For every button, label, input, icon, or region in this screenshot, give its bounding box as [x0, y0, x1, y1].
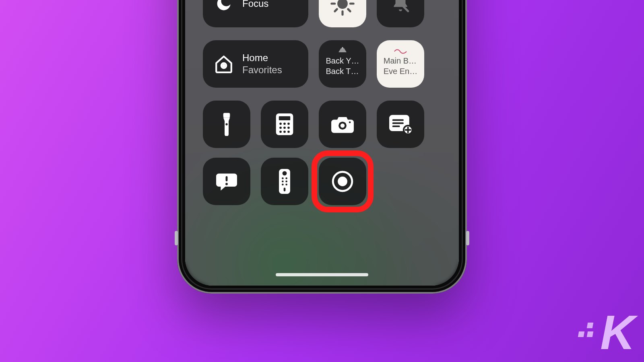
mute-tile[interactable]: [377, 0, 424, 27]
camera-tile[interactable]: [319, 101, 366, 148]
screen-recording-tile[interactable]: [319, 158, 366, 205]
svg-rect-30: [392, 119, 404, 121]
svg-point-41: [285, 177, 287, 179]
accessory-glyph-icon: [337, 47, 348, 54]
accessory-b-line1: Main B…: [384, 56, 417, 66]
svg-rect-46: [284, 188, 286, 191]
svg-rect-13: [223, 113, 230, 118]
svg-point-27: [341, 123, 345, 128]
brightness-tile[interactable]: [319, 0, 366, 27]
home-indicator[interactable]: [276, 273, 368, 276]
svg-point-23: [279, 131, 282, 133]
speech-alert-icon: [215, 170, 238, 193]
phone-side-button-right: [466, 231, 469, 245]
home-icon: [213, 53, 235, 75]
home-tile[interactable]: Home Favorites: [203, 40, 308, 88]
svg-rect-16: [279, 116, 290, 120]
remote-tile[interactable]: [261, 158, 308, 205]
svg-rect-32: [392, 125, 400, 127]
svg-line-6: [348, 9, 350, 11]
svg-point-24: [283, 131, 286, 133]
accessory-a-line2: Back T…: [326, 66, 359, 76]
camera-icon: [331, 113, 354, 136]
hero-stage: Focus: [0, 0, 644, 362]
tv-remote-icon: [273, 170, 296, 193]
focus-tile[interactable]: Focus: [203, 0, 308, 27]
svg-point-12: [342, 47, 343, 49]
flashlight-tile[interactable]: [203, 101, 250, 148]
svg-point-0: [339, 0, 347, 8]
phone-side-button-left: [175, 231, 178, 245]
svg-point-45: [285, 183, 287, 185]
watermark-letter: K: [600, 313, 633, 352]
screen-recording-icon: [331, 170, 354, 193]
bell-slash-icon: [389, 0, 412, 15]
brightness-icon: [328, 0, 357, 18]
svg-point-44: [282, 183, 284, 185]
quick-note-tile[interactable]: [377, 101, 424, 148]
svg-point-43: [285, 181, 287, 183]
home-title: Home: [242, 52, 282, 64]
accessory-tile-backyard[interactable]: Back Y… Back T…: [319, 40, 366, 88]
announce-tile[interactable]: [203, 158, 250, 205]
svg-point-17: [279, 123, 282, 125]
accessory-glyph-icon: [394, 47, 407, 54]
accessory-a-line1: Back Y…: [326, 56, 359, 66]
accessory-tile-mainbed[interactable]: Main B… Eve En…: [377, 40, 424, 88]
home-subtitle: Favorites: [242, 64, 282, 76]
svg-point-14: [225, 123, 227, 125]
moon-icon: [213, 0, 235, 15]
svg-point-28: [349, 121, 351, 123]
svg-point-18: [283, 123, 286, 125]
svg-point-20: [279, 127, 282, 129]
svg-point-11: [223, 65, 225, 66]
phone-frame: Focus: [177, 0, 467, 294]
phone-screen: Focus: [185, 0, 459, 286]
svg-point-21: [283, 127, 286, 129]
watermark: K: [578, 313, 633, 352]
svg-point-39: [283, 171, 287, 175]
svg-point-48: [338, 177, 347, 186]
calculator-icon: [273, 113, 296, 136]
accessory-b-line2: Eve En…: [384, 66, 417, 76]
calculator-tile[interactable]: [261, 101, 308, 148]
svg-rect-36: [226, 176, 228, 181]
focus-label: Focus: [242, 0, 268, 9]
svg-rect-31: [392, 122, 404, 124]
svg-point-37: [225, 183, 228, 185]
svg-point-19: [287, 123, 290, 125]
quick-note-icon: [389, 113, 412, 136]
svg-point-22: [287, 127, 290, 129]
svg-point-40: [282, 177, 284, 179]
flashlight-icon: [215, 113, 238, 136]
control-center: Focus: [185, 0, 459, 286]
svg-line-7: [335, 9, 337, 11]
svg-point-25: [287, 131, 290, 133]
svg-point-42: [282, 181, 284, 183]
